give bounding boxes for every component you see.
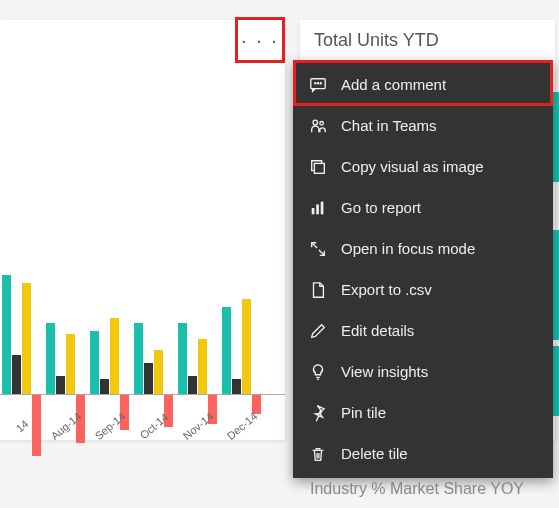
bar-teal (46, 323, 55, 395)
chart-tile[interactable]: 14Aug-14Sep-14Oct-14Nov-14Dec-14 (0, 20, 285, 440)
menu-label: Open in focus mode (341, 240, 475, 257)
svg-point-1 (315, 82, 316, 83)
bar-yellow (110, 318, 119, 395)
trash-icon (309, 445, 327, 463)
svg-point-2 (317, 82, 318, 83)
bar-group (132, 145, 176, 395)
svg-rect-8 (316, 204, 319, 214)
x-axis-label: Sep-14 (89, 407, 130, 444)
comment-icon (309, 76, 327, 94)
menu-label: Add a comment (341, 76, 446, 93)
menu-edit-details[interactable]: Edit details (293, 310, 553, 351)
expand-icon (309, 240, 327, 258)
bar-teal (134, 323, 143, 395)
x-axis-label: Oct-14 (133, 407, 174, 444)
bar-yellow (154, 350, 163, 395)
svg-point-4 (313, 120, 318, 125)
bar-group (44, 145, 88, 395)
bar-yellow (242, 299, 251, 395)
bar-group (176, 145, 220, 395)
bar-black (188, 376, 197, 395)
copy-icon (309, 158, 327, 176)
menu-go-report[interactable]: Go to report (293, 187, 553, 228)
document-icon (309, 281, 327, 299)
bar-group (88, 145, 132, 395)
bottom-tile-title: Industry % Market Share YOY (310, 480, 524, 498)
chart-baseline (0, 394, 285, 395)
menu-focus-mode[interactable]: Open in focus mode (293, 228, 553, 269)
bar-yellow (22, 283, 31, 395)
bar-group (0, 145, 44, 395)
bar-black (100, 379, 109, 395)
bar-chart-icon (309, 199, 327, 217)
bar-black (12, 355, 21, 395)
bar-teal (2, 275, 11, 395)
x-axis-label: Dec-14 (221, 407, 262, 444)
bar-chart (0, 145, 285, 395)
menu-label: Export to .csv (341, 281, 432, 298)
pin-icon (309, 404, 327, 422)
menu-label: Pin tile (341, 404, 386, 421)
menu-label: Go to report (341, 199, 421, 216)
teams-icon (309, 117, 327, 135)
menu-label: View insights (341, 363, 428, 380)
bar-black (232, 379, 241, 395)
menu-chat-teams[interactable]: Chat in Teams (293, 105, 553, 146)
x-axis-label: Nov-14 (177, 407, 218, 444)
menu-label: Delete tile (341, 445, 408, 462)
menu-copy-visual[interactable]: Copy visual as image (293, 146, 553, 187)
bar-group (220, 145, 264, 395)
more-options-button[interactable]: · · · (238, 20, 282, 60)
bar-yellow (198, 339, 207, 395)
menu-pin-tile[interactable]: Pin tile (293, 392, 553, 433)
svg-rect-9 (321, 201, 324, 214)
menu-view-insights[interactable]: View insights (293, 351, 553, 392)
menu-label: Copy visual as image (341, 158, 484, 175)
bar-teal (90, 331, 99, 395)
ellipsis-icon: · · · (241, 29, 279, 52)
svg-point-3 (320, 82, 321, 83)
menu-export-csv[interactable]: Export to .csv (293, 269, 553, 310)
bar-black (144, 363, 153, 395)
tile-title: Total Units YTD (300, 20, 555, 61)
menu-add-comment[interactable]: Add a comment (293, 64, 553, 105)
menu-label: Chat in Teams (341, 117, 437, 134)
bar-teal (222, 307, 231, 395)
menu-delete-tile[interactable]: Delete tile (293, 433, 553, 474)
svg-rect-7 (312, 208, 315, 214)
bar-yellow (66, 334, 75, 395)
context-menu: Add a comment Chat in Teams Copy visual … (293, 60, 553, 478)
pencil-icon (309, 322, 327, 340)
bar-black (56, 376, 65, 395)
lightbulb-icon (309, 363, 327, 381)
svg-point-5 (320, 121, 324, 125)
menu-label: Edit details (341, 322, 414, 339)
svg-rect-6 (314, 163, 324, 173)
bar-teal (178, 323, 187, 395)
